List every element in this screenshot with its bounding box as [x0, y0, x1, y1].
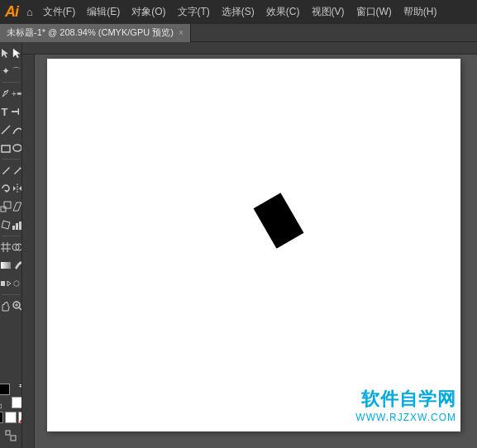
tool-row-transform	[0, 216, 21, 234]
svg-line-3	[2, 126, 10, 134]
svg-rect-4	[2, 145, 10, 152]
color-row	[0, 412, 22, 423]
tool-vertical-type[interactable]: T	[9, 102, 21, 121]
svg-line-27	[19, 307, 21, 310]
tool-lasso[interactable]: ⌒	[11, 62, 21, 80]
default-colors-icon[interactable]: ⊡	[0, 403, 2, 410]
svg-rect-30	[6, 431, 10, 435]
divider-4	[2, 294, 20, 295]
tool-type[interactable]: T	[0, 102, 9, 121]
tool-zoom[interactable]	[12, 297, 22, 315]
menu-file[interactable]: 文件(F)	[38, 3, 80, 21]
svg-rect-31	[11, 436, 16, 441]
canvas-panel[interactable]	[47, 59, 460, 431]
tool-arrange[interactable]	[0, 427, 21, 445]
tool-direct-select[interactable]	[12, 44, 22, 62]
tool-row-mesh	[0, 238, 21, 256]
svg-rect-14	[16, 223, 18, 230]
menu-edit[interactable]: 编辑(E)	[82, 3, 125, 21]
svg-marker-0	[2, 49, 8, 58]
menu-type[interactable]: 文字(T)	[173, 3, 215, 21]
tool-select[interactable]	[0, 44, 12, 62]
tool-free-transform[interactable]	[0, 216, 12, 234]
tool-hand[interactable]	[0, 297, 12, 315]
svg-rect-13	[12, 226, 15, 230]
tool-row-blend: ⬡	[0, 274, 21, 293]
menu-view[interactable]: 视图(V)	[307, 3, 350, 21]
tool-row-line	[0, 121, 21, 139]
document-tab[interactable]: 未标题-1* @ 208.94% (CMYK/GPU 预览) ×	[0, 24, 191, 42]
menu-object[interactable]: 对象(O)	[126, 3, 170, 21]
color-white[interactable]	[5, 412, 17, 423]
tab-bar: 未标题-1* @ 208.94% (CMYK/GPU 预览) ×	[0, 24, 477, 42]
svg-rect-15	[19, 222, 21, 230]
tool-pencil[interactable]	[12, 161, 22, 179]
ruler-top	[22, 42, 477, 55]
svg-rect-12	[2, 221, 10, 229]
tool-row-lasso: ✦ ⌒	[0, 62, 21, 80]
menu-window[interactable]: 窗口(W)	[351, 3, 397, 21]
tool-row-select	[0, 44, 21, 62]
tool-arc[interactable]	[12, 121, 22, 139]
tool-reflect[interactable]	[12, 179, 22, 198]
tool-mesh[interactable]	[0, 238, 12, 256]
svg-rect-24	[1, 281, 5, 286]
toolbar: ✦ ⌒ +✒ T T	[0, 42, 22, 448]
tool-shear[interactable]	[12, 198, 22, 216]
tool-ellipse[interactable]	[12, 139, 22, 157]
canvas-area: 软件自学网 WWW.RJZXW.COM	[22, 42, 477, 448]
rotated-rectangle[interactable]	[254, 193, 304, 248]
svg-point-2	[4, 91, 6, 93]
svg-marker-1	[13, 49, 20, 58]
tool-live-paint[interactable]: ⬡	[12, 274, 21, 293]
stroke-color[interactable]	[12, 397, 22, 408]
svg-marker-8	[13, 186, 16, 191]
tool-row-pen: +✒	[0, 84, 21, 102]
title-bar: Ai ⌂ 文件(F) 编辑(E) 对象(O) 文字(T) 选择(S) 效果(C)…	[0, 0, 477, 24]
tool-shape-builder[interactable]	[12, 238, 22, 256]
svg-rect-11	[4, 202, 11, 208]
tool-row-gradient	[0, 256, 21, 274]
main-area: ✦ ⌒ +✒ T T	[0, 42, 477, 448]
tool-row-rect	[0, 139, 21, 157]
ai-logo: Ai	[5, 3, 18, 21]
tab-label: 未标题-1* @ 208.94% (CMYK/GPU 预览)	[7, 26, 174, 39]
fill-color[interactable]	[0, 384, 10, 395]
tool-pen[interactable]	[0, 84, 12, 102]
tool-row-brush	[0, 161, 21, 179]
tab-close-button[interactable]: ×	[179, 29, 184, 37]
tool-row-rotate	[0, 179, 21, 198]
tool-line[interactable]	[0, 121, 12, 139]
menu-select[interactable]: 选择(S)	[217, 3, 260, 21]
home-icon[interactable]: ⌂	[26, 6, 33, 18]
divider-2	[2, 159, 20, 160]
tool-row-hand	[0, 297, 21, 315]
tool-chart[interactable]	[12, 216, 22, 234]
menu-help[interactable]: 帮助(H)	[398, 3, 442, 21]
tool-eyedropper[interactable]	[12, 256, 22, 274]
svg-marker-25	[7, 281, 11, 286]
tool-row-type: T T	[0, 102, 21, 121]
tool-scale[interactable]	[0, 198, 12, 216]
tool-gradient[interactable]	[0, 256, 12, 274]
tool-paintbrush[interactable]	[0, 161, 12, 179]
tool-blend[interactable]	[0, 274, 12, 293]
color-black[interactable]	[0, 412, 3, 423]
divider-1	[2, 82, 20, 83]
tool-rotate[interactable]	[0, 179, 12, 198]
tool-magic-wand[interactable]: ✦	[0, 62, 11, 80]
divider-3	[2, 236, 20, 236]
menu-bar: 文件(F) 编辑(E) 对象(O) 文字(T) 选择(S) 效果(C) 视图(V…	[38, 3, 442, 21]
svg-point-5	[13, 145, 21, 151]
svg-marker-9	[19, 186, 21, 191]
tool-add-anchor[interactable]: +✒	[12, 84, 22, 102]
tool-row-scale	[0, 198, 21, 216]
color-section: ⇄ ⊡	[0, 384, 22, 423]
menu-effect[interactable]: 效果(C)	[261, 3, 305, 21]
ruler-left	[22, 55, 35, 448]
svg-rect-22	[1, 262, 11, 269]
tool-rect[interactable]	[0, 139, 12, 157]
svg-rect-10	[1, 207, 6, 212]
